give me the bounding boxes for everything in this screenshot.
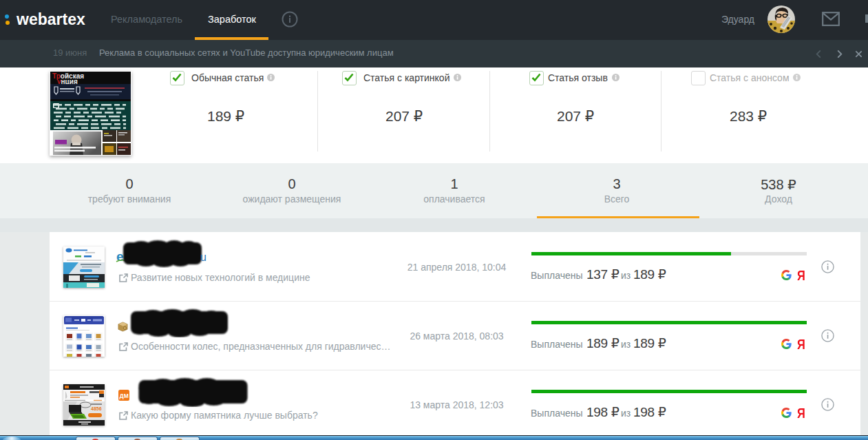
svg-text:4856: 4856 (91, 406, 102, 411)
